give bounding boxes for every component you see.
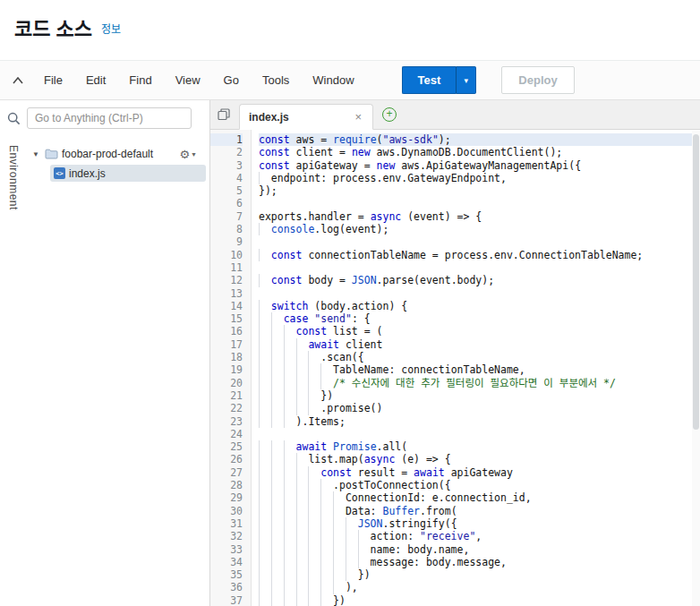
code-line[interactable]: }) bbox=[259, 594, 700, 606]
menu-tools[interactable]: Tools bbox=[251, 68, 301, 92]
line-number[interactable]: 28 bbox=[210, 479, 243, 491]
line-number[interactable]: 8 bbox=[210, 223, 243, 235]
line-number[interactable]: 29 bbox=[210, 491, 243, 504]
code-line[interactable]: await client bbox=[259, 338, 700, 351]
deploy-button[interactable]: Deploy bbox=[501, 66, 574, 94]
line-number[interactable]: 31 bbox=[210, 517, 243, 530]
gutter[interactable]: 1234567891011121314151617181920212223242… bbox=[210, 130, 252, 606]
code-line[interactable]: const body = JSON.parse(event.body); bbox=[259, 274, 700, 286]
line-number[interactable]: 3 bbox=[210, 159, 243, 172]
disclosure-triangle-icon[interactable]: ▼ bbox=[32, 150, 41, 158]
line-number[interactable]: 10 bbox=[210, 249, 243, 261]
menu-view[interactable]: View bbox=[164, 68, 212, 92]
code-line[interactable]: const connectionTableName = process.env.… bbox=[259, 249, 700, 261]
code-line[interactable]: const client = new aws.DynamoDB.Document… bbox=[259, 146, 700, 158]
code-line[interactable]: switch (body.action) { bbox=[259, 300, 700, 312]
line-number[interactable]: 7 bbox=[210, 210, 243, 223]
code-line[interactable] bbox=[259, 428, 700, 440]
line-number[interactable]: 34 bbox=[210, 556, 243, 568]
code-line[interactable]: }); bbox=[259, 184, 700, 197]
line-number[interactable]: 23 bbox=[210, 415, 243, 428]
line-number[interactable]: 19 bbox=[210, 363, 243, 376]
code-line[interactable]: case "send": { bbox=[259, 312, 700, 325]
line-number[interactable]: 36 bbox=[210, 581, 243, 593]
line-number[interactable]: 9 bbox=[210, 235, 243, 248]
line-number[interactable]: 33 bbox=[210, 543, 243, 556]
code-line[interactable]: list.map(async (e) => { bbox=[259, 453, 700, 465]
line-number[interactable]: 17 bbox=[210, 338, 243, 351]
code-line[interactable]: const apiGateway = new aws.ApiGatewayMan… bbox=[259, 159, 700, 172]
line-number[interactable]: 35 bbox=[210, 568, 243, 581]
editor-scrollbar[interactable] bbox=[692, 131, 700, 606]
tree-file-row-indexjs[interactable]: <> index.js bbox=[50, 165, 206, 182]
menu-file[interactable]: File bbox=[32, 68, 74, 92]
code-line[interactable]: TableName: connectionTableName, bbox=[259, 363, 700, 376]
code-line[interactable] bbox=[259, 261, 700, 274]
code-line[interactable]: ).Items; bbox=[259, 415, 700, 428]
test-button[interactable]: Test bbox=[402, 66, 457, 94]
line-number[interactable]: 20 bbox=[210, 377, 243, 389]
code-editor[interactable]: 1234567891011121314151617181920212223242… bbox=[210, 130, 700, 606]
goto-anything-input[interactable] bbox=[27, 107, 192, 129]
new-tab-button[interactable]: + bbox=[382, 107, 397, 122]
code-line[interactable]: const aws = require("aws-sdk"); bbox=[259, 133, 700, 146]
line-number[interactable]: 14 bbox=[210, 300, 243, 312]
line-number[interactable]: 25 bbox=[210, 440, 243, 453]
line-number[interactable]: 27 bbox=[210, 466, 243, 479]
menu-go[interactable]: Go bbox=[212, 68, 251, 92]
tab-indexjs[interactable]: index.js × bbox=[239, 104, 373, 130]
tab-list-icon[interactable] bbox=[218, 108, 230, 121]
scrollbar-thumb[interactable] bbox=[693, 134, 699, 430]
code-line[interactable]: /* 수신자에 대한 추가 필터링이 필요하다면 이 부분에서 */ bbox=[259, 377, 700, 389]
code-line[interactable]: .scan({ bbox=[259, 351, 700, 363]
code-line[interactable]: JSON.stringify({ bbox=[259, 517, 700, 530]
line-number[interactable]: 30 bbox=[210, 505, 243, 517]
environment-panel-tab[interactable]: Environment bbox=[7, 145, 20, 210]
collapse-panel-icon[interactable] bbox=[7, 70, 29, 91]
menu-window[interactable]: Window bbox=[301, 68, 365, 92]
menu-find[interactable]: Find bbox=[117, 68, 163, 92]
code-line[interactable] bbox=[259, 197, 700, 209]
line-number[interactable]: 5 bbox=[210, 184, 243, 197]
line-number[interactable]: 13 bbox=[210, 287, 243, 300]
line-number[interactable]: 18 bbox=[210, 351, 243, 363]
code-line[interactable]: }) bbox=[259, 568, 700, 581]
code-line[interactable] bbox=[259, 287, 700, 300]
line-number[interactable]: 4 bbox=[210, 172, 243, 184]
code-line[interactable]: name: body.name, bbox=[259, 543, 700, 556]
line-number[interactable]: 15 bbox=[210, 312, 243, 325]
line-number[interactable]: 32 bbox=[210, 530, 243, 542]
line-number[interactable]: 24 bbox=[210, 428, 243, 440]
code-line[interactable]: await Promise.all( bbox=[259, 440, 700, 453]
code-line[interactable]: action: "receive", bbox=[259, 530, 700, 542]
code-line[interactable]: .promise() bbox=[259, 402, 700, 414]
info-link[interactable]: 정보 bbox=[101, 21, 121, 36]
code-line[interactable]: console.log(event); bbox=[259, 223, 700, 235]
code-line[interactable]: message: body.message, bbox=[259, 556, 700, 568]
code-line[interactable]: const list = ( bbox=[259, 325, 700, 337]
line-number[interactable]: 37 bbox=[210, 594, 243, 606]
line-number[interactable]: 2 bbox=[210, 146, 243, 158]
code-line[interactable]: Data: Buffer.from( bbox=[259, 505, 700, 517]
code-line[interactable]: ConnectionId: e.connection_id, bbox=[259, 491, 700, 504]
tree-folder-row[interactable]: ▼ foobar-prod-default ⚙ ▼ bbox=[27, 145, 209, 163]
code-line[interactable]: endpoint: process.env.GatewayEndpoint, bbox=[259, 172, 700, 184]
line-number[interactable]: 21 bbox=[210, 389, 243, 402]
code-line[interactable]: exports.handler = async (event) => { bbox=[259, 210, 700, 223]
line-number[interactable]: 11 bbox=[210, 261, 243, 274]
code-content[interactable]: const aws = require("aws-sdk");const cli… bbox=[252, 130, 700, 606]
line-number[interactable]: 6 bbox=[210, 197, 243, 209]
line-number[interactable]: 1 bbox=[210, 133, 243, 146]
line-number[interactable]: 12 bbox=[210, 274, 243, 286]
close-tab-icon[interactable]: × bbox=[353, 111, 363, 123]
line-number[interactable]: 16 bbox=[210, 325, 243, 337]
code-line[interactable]: .postToConnection({ bbox=[259, 479, 700, 491]
settings-gear-button[interactable]: ⚙ ▼ bbox=[179, 148, 197, 161]
code-line[interactable] bbox=[259, 235, 700, 248]
code-line[interactable]: }) bbox=[259, 389, 700, 402]
line-number[interactable]: 22 bbox=[210, 402, 243, 414]
search-icon[interactable] bbox=[7, 112, 21, 125]
code-line[interactable]: ), bbox=[259, 581, 700, 593]
code-line[interactable]: const result = await apiGateway bbox=[259, 466, 700, 479]
line-number[interactable]: 26 bbox=[210, 453, 243, 465]
